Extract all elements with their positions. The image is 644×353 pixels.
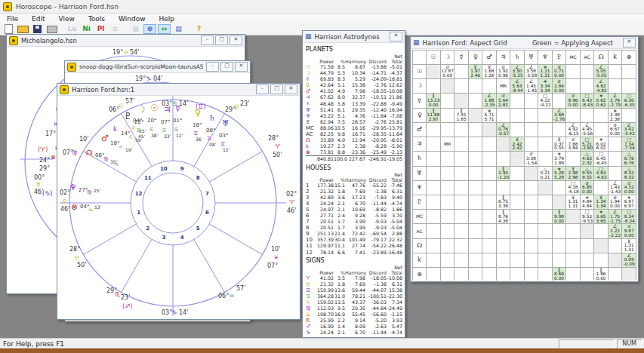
chart-ni-icon: Ni	[82, 26, 91, 32]
save-file-button[interactable]	[31, 24, 44, 34]
astro-row: 221.321.87.69-1.386.31	[306, 189, 402, 195]
chart-eq-icon: ≡	[112, 26, 119, 32]
aspect-cell: ⊻2.982.98	[566, 166, 581, 180]
menu-file[interactable]: File	[0, 15, 25, 23]
close-button[interactable]: ✕	[235, 62, 248, 72]
menu-tools[interactable]: Tools	[82, 15, 112, 23]
house-number: 8	[196, 175, 200, 181]
aspect-cell: □4.63-4.63	[594, 166, 609, 180]
aspect-cell: □6.30-6.30	[622, 94, 636, 108]
wheel-text: ♄	[208, 113, 216, 123]
grid-view-button[interactable]: ▦	[129, 24, 142, 34]
minimize-button[interactable]: –	[256, 84, 269, 94]
michelangelo-title-bar[interactable]: Michelangelo.hsn – □ ✕	[7, 35, 245, 47]
menu-edit[interactable]: Edit	[25, 15, 51, 23]
wheel-text: 53'	[94, 204, 102, 210]
minimize-button[interactable]: –	[201, 35, 214, 45]
wheel-text: 24°	[39, 157, 50, 164]
restore-button[interactable]: □	[220, 62, 233, 72]
wheel-text: ♇	[124, 111, 132, 121]
aspect-cell	[524, 195, 538, 209]
aspect-cell	[468, 152, 482, 166]
aspect-cell: σ9.960.00	[566, 94, 581, 108]
chart-eq-button[interactable]: ≡	[109, 24, 122, 34]
status-message: For Help, press F1	[0, 340, 559, 348]
chart-lu-icon: Lu	[67, 26, 76, 32]
aspect-grid-title-bar[interactable]: ▦ Harrison Ford: Aspect Grid Green = App…	[411, 37, 638, 49]
aspect-cell	[440, 210, 454, 224]
aspect-cell	[524, 180, 538, 195]
aspect-cell: ∠1.75-1.75	[608, 210, 622, 224]
astro-row: ♅51.416.129.35-12.4016.94	[306, 107, 402, 113]
aspect-cell	[482, 238, 497, 253]
chart-lu-button[interactable]: Lu	[66, 24, 79, 34]
chart-ni-button[interactable]: Ni	[80, 24, 93, 34]
new-file-button[interactable]	[2, 24, 15, 34]
chart-pl-button[interactable]: Pl	[94, 24, 107, 34]
main-title-bar[interactable]: Horoscope - Harrison Ford.hsn	[0, 0, 644, 14]
aspect-cell: σ9.870.00	[622, 224, 636, 238]
astrodynes-title: Harrison Astrodynes	[315, 33, 387, 41]
aspect-grid-button[interactable]: ⊛	[143, 24, 156, 34]
close-button[interactable]: ✕	[285, 84, 297, 94]
aspect-cell	[482, 180, 497, 195]
close-button[interactable]: ✕	[230, 35, 242, 45]
astrodynes-button[interactable]: ↔	[158, 24, 171, 34]
aspect-cell	[496, 253, 510, 267]
aspect-cell	[510, 238, 525, 253]
wheel-text: ♊	[193, 130, 198, 137]
aspect-cell	[524, 224, 538, 238]
aspect-cell	[538, 180, 553, 195]
aspect-cell	[454, 65, 468, 79]
aspect-cell	[552, 253, 566, 267]
aspect-grid-body: ☉☽☿♀♂♃♄♅♆♇MCAC☊k⊗☉σ12.870.00⊻1.972.46⊻1.…	[411, 49, 637, 281]
restore-button[interactable]: □	[270, 84, 283, 94]
aspect-cell	[454, 253, 468, 267]
aspect-cell: ∥6.753.38	[496, 195, 510, 209]
grid-col-header: ♇	[552, 51, 566, 65]
wheel-text: 19'	[125, 147, 133, 152]
aspect-grid-title-text: Harrison Ford: Aspect Grid	[423, 39, 507, 47]
aspect-cell	[482, 166, 497, 180]
restore-button[interactable]: □	[215, 35, 228, 45]
aspect-cell	[538, 224, 553, 238]
aspect-cell	[482, 224, 497, 238]
aspect-cell: σ6.670.00	[608, 122, 622, 137]
astro-row: 424.242.16.70-11.44-4.74	[306, 201, 402, 207]
wheel-text: 28°	[268, 135, 279, 142]
astrodynes-title-bar[interactable]: ▦ Harrison Astrodynes ✕	[303, 31, 405, 43]
aspect-cell	[454, 180, 468, 195]
aspect-cell	[552, 224, 566, 238]
aspect-cell	[580, 108, 594, 122]
grid-row-header: k	[413, 253, 427, 267]
harrison-title-bar[interactable]: Harrison Ford.hsn:1 – □ ✕	[57, 84, 300, 96]
grid-row-header: ☽	[413, 79, 427, 94]
print-button[interactable]	[45, 24, 58, 34]
minimize-button[interactable]: –	[206, 62, 219, 72]
menu-help[interactable]: Help	[153, 15, 182, 23]
aspect-cell: □8.43-8.43	[580, 94, 594, 108]
aspect-cell	[524, 137, 538, 152]
close-button[interactable]: ✕	[390, 32, 402, 41]
aspect-cell: ⊻1.311.31	[566, 195, 581, 209]
grid-corner	[413, 51, 427, 65]
report-button[interactable]: ▤	[172, 24, 185, 34]
aspect-cell	[468, 195, 482, 209]
aspect-cell	[510, 253, 525, 267]
wheel-text: 08'	[209, 142, 217, 147]
menu-view[interactable]: View	[52, 15, 82, 23]
close-button[interactable]: ✕	[623, 38, 636, 48]
snoop-title-bar[interactable]: snoop-dogg-libraSun-scorpioMoon-taurusAS…	[65, 61, 250, 73]
house-number: 2	[146, 226, 149, 232]
aspect-cell: σ5.642.82	[496, 94, 510, 108]
help-button[interactable]: ?	[193, 24, 205, 34]
open-file-button[interactable]	[17, 24, 29, 34]
wheel-text: k	[113, 125, 118, 133]
grid-col-header: MC	[566, 51, 581, 65]
wheel-text: ♎	[74, 254, 79, 261]
help-icon: ?	[197, 26, 201, 32]
wheel-text: ♑	[146, 75, 151, 82]
grid-col-header: ☊	[594, 51, 609, 65]
aspect-cell	[482, 122, 497, 137]
menu-window[interactable]: Window	[112, 15, 153, 23]
